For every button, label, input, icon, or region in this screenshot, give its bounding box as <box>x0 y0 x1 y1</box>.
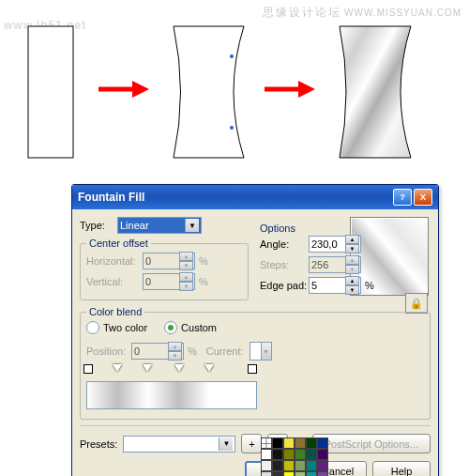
vertical-spin: ▲▼ <box>143 273 195 290</box>
palette-swatch[interactable] <box>283 438 295 449</box>
palette-swatch[interactable] <box>295 438 306 449</box>
palette-swatch[interactable] <box>283 471 295 476</box>
presets-label: Presets: <box>80 438 117 450</box>
svg-rect-0 <box>28 26 73 158</box>
dialog-title: Fountain Fill <box>78 191 144 204</box>
svg-marker-6 <box>298 81 315 98</box>
vertical-label: Vertical: <box>86 276 143 287</box>
angle-label: Angle: <box>260 238 309 250</box>
color-blend-group: Color blend Two color Custom Position: ▲… <box>80 306 431 420</box>
type-label: Type: <box>80 220 117 231</box>
palette-swatch[interactable] <box>317 460 328 471</box>
palette-swatch[interactable] <box>261 438 272 449</box>
presets-combo[interactable]: ▼ <box>123 436 235 453</box>
current-color-well[interactable]: ▼ <box>250 342 272 361</box>
palette-swatch[interactable] <box>272 460 283 471</box>
titlebar-close-button[interactable]: X <box>414 189 432 206</box>
palette-swatch[interactable] <box>272 471 283 476</box>
palette-swatch[interactable] <box>317 471 328 476</box>
position-label: Position: <box>86 345 131 357</box>
dialog-titlebar[interactable]: Fountain Fill ? X <box>72 185 438 209</box>
svg-point-4 <box>230 126 234 130</box>
palette-swatch[interactable] <box>306 438 317 449</box>
two-color-radio[interactable]: Two color <box>86 321 147 334</box>
angle-spin[interactable]: ▲▼ <box>309 236 361 253</box>
gradient-track[interactable] <box>86 364 255 376</box>
svg-marker-2 <box>132 81 149 98</box>
center-offset-group: Center offset Horizontal: ▲▼ % Vertical: <box>80 238 249 300</box>
palette-swatch[interactable] <box>306 460 317 471</box>
palette-swatch[interactable] <box>261 449 272 460</box>
palette-swatch[interactable] <box>283 460 295 471</box>
current-label: Current: <box>206 345 244 357</box>
svg-point-3 <box>230 54 234 58</box>
tutorial-illustration <box>19 19 450 178</box>
fountain-fill-dialog: Fountain Fill ? X 🔒 Type: Linear ▼ Cente… <box>71 184 439 476</box>
edgepad-spin[interactable]: ▲▼ <box>309 277 361 294</box>
color-palette[interactable] <box>261 438 420 476</box>
edgepad-label: Edge pad: <box>260 280 309 291</box>
palette-swatch[interactable] <box>272 449 283 460</box>
palette-swatch[interactable] <box>261 471 272 476</box>
palette-swatch[interactable] <box>306 449 317 460</box>
steps-label: Steps: <box>260 259 309 270</box>
custom-radio[interactable]: Custom <box>164 321 217 334</box>
horizontal-label: Horizontal: <box>86 255 143 267</box>
position-spin: ▲▼ <box>131 343 184 360</box>
palette-swatch[interactable] <box>295 460 306 471</box>
palette-swatch[interactable] <box>306 471 317 476</box>
steps-spin: ▲▼ <box>309 256 361 273</box>
preset-add-button[interactable]: + <box>241 434 262 453</box>
palette-swatch[interactable] <box>317 449 328 460</box>
options-group: Options Angle: ▲▼ Steps: ▲▼ <box>258 219 374 298</box>
type-combo[interactable]: Linear ▼ <box>117 217 202 234</box>
gradient-bar[interactable] <box>86 381 257 409</box>
palette-swatch[interactable] <box>295 449 306 460</box>
palette-swatch[interactable] <box>317 438 328 449</box>
horizontal-spin: ▲▼ <box>143 253 195 269</box>
palette-swatch[interactable] <box>272 438 283 449</box>
palette-swatch[interactable] <box>283 449 295 460</box>
palette-swatch[interactable] <box>295 471 306 476</box>
titlebar-help-button[interactable]: ? <box>393 189 412 206</box>
palette-swatch[interactable] <box>261 460 272 471</box>
